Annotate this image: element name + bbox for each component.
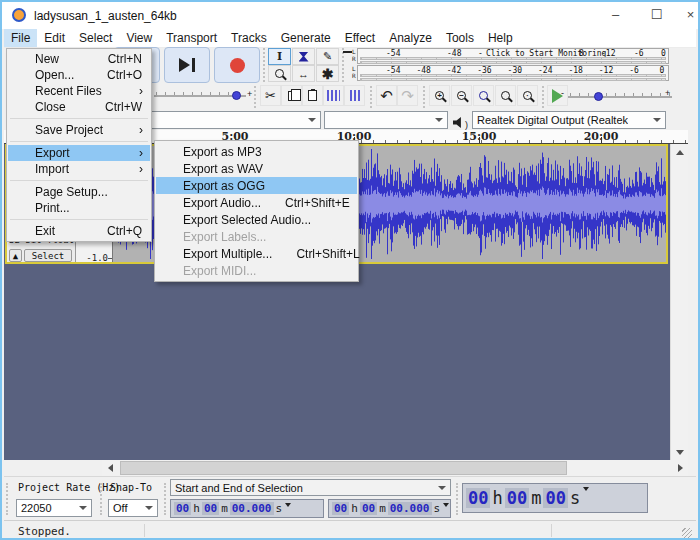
audio-position-field[interactable]: 00h00m00s — [462, 483, 648, 513]
time-segment[interactable]: 00.000 — [388, 502, 432, 515]
multi-tool-button[interactable]: ✱ — [316, 65, 339, 82]
silence-audio-button[interactable] — [344, 85, 365, 106]
time-segment[interactable]: 00 — [505, 488, 529, 508]
time-segment[interactable]: h — [491, 488, 503, 508]
file-menu-item-import[interactable]: Import› — [8, 161, 150, 177]
record-button[interactable] — [214, 47, 260, 83]
track-collapse-button[interactable]: ▲ — [9, 249, 22, 262]
selection-start-field[interactable]: 00h00m00.000s — [170, 499, 324, 518]
time-segment[interactable]: s — [569, 488, 581, 508]
export-menu-item-export-multiple[interactable]: Export Multiple...Ctrl+Shift+L — [156, 245, 357, 262]
copy-button[interactable] — [281, 85, 302, 106]
resize-grip-icon[interactable] — [682, 528, 692, 538]
time-field-caret-icon[interactable] — [285, 503, 291, 507]
menubar-item-effect[interactable]: Effect — [338, 29, 382, 47]
skip-to-end-button[interactable] — [164, 47, 210, 83]
time-segment[interactable]: h — [350, 502, 359, 515]
menubar-item-analyze[interactable]: Analyze — [382, 29, 439, 47]
time-segment[interactable]: m — [530, 488, 542, 508]
time-field-caret-icon[interactable] — [443, 503, 449, 507]
tools-toolbar-grip[interactable] — [263, 48, 266, 82]
time-segment[interactable]: 00 — [332, 502, 349, 515]
menubar-item-edit[interactable]: Edit — [37, 29, 72, 47]
recording-meter[interactable]: -54-48-Click to Start Monitoring8-12-60 — [357, 48, 669, 64]
meter-toolbar-grip[interactable] — [342, 48, 345, 82]
menubar-item-select[interactable]: Select — [72, 29, 119, 47]
time-segment[interactable]: 00 — [174, 502, 191, 515]
menubar-item-tracks[interactable]: Tracks — [224, 29, 274, 47]
timeshift-tool-button[interactable]: ↔ — [292, 65, 315, 82]
menubar-item-tools[interactable]: Tools — [439, 29, 481, 47]
time-segment[interactable]: m — [378, 502, 387, 515]
snap-grip[interactable] — [100, 483, 103, 515]
selection-end-field[interactable]: 00h00m00.000s — [328, 499, 451, 518]
speed-slider[interactable] — [568, 96, 672, 98]
zoom-toggle-button[interactable]: · — [517, 85, 538, 106]
position-grip[interactable] — [456, 483, 459, 515]
file-menu-item-recent-files[interactable]: Recent Files› — [8, 83, 150, 99]
zoom-grip[interactable] — [423, 86, 426, 108]
draw-tool-button[interactable]: ✎ — [316, 48, 339, 65]
time-segment[interactable]: m — [220, 502, 229, 515]
track-select-button[interactable]: Select — [24, 249, 72, 262]
time-segment[interactable]: s — [275, 502, 284, 515]
scroll-right-button[interactable] — [672, 460, 688, 476]
playback-meter[interactable]: -54-48-42-36-30-24-18-12-60 — [357, 65, 669, 81]
play-at-speed-button[interactable] — [547, 85, 568, 106]
menubar-item-generate[interactable]: Generate — [274, 29, 338, 47]
zoom-tool-button[interactable] — [268, 65, 291, 82]
undo-grip[interactable] — [370, 86, 373, 108]
time-segment[interactable]: 00 — [543, 488, 567, 508]
file-menu-item-exit[interactable]: ExitCtrl+Q — [8, 223, 150, 239]
edit-toolbar-grip[interactable] — [254, 86, 257, 108]
scroll-up-button[interactable] — [671, 144, 689, 160]
snap-to-dropdown[interactable]: Off — [108, 499, 158, 517]
project-rate-dropdown[interactable]: 22050 — [16, 499, 92, 517]
redo-button[interactable]: ↷ — [397, 85, 418, 106]
time-segment[interactable]: 00 — [202, 502, 219, 515]
menubar-item-help[interactable]: Help — [481, 29, 520, 47]
cut-button[interactable]: ✂ — [260, 85, 281, 106]
play-at-speed-grip[interactable] — [542, 86, 545, 108]
file-menu-item-close[interactable]: CloseCtrl+W — [8, 99, 150, 115]
zoom-out-button[interactable]: − — [451, 85, 472, 106]
paste-button[interactable] — [302, 85, 323, 106]
trim-audio-button[interactable] — [323, 85, 344, 106]
time-segment[interactable]: h — [192, 502, 201, 515]
envelope-tool-button[interactable] — [292, 48, 315, 65]
zoom-in-button[interactable]: + — [429, 85, 450, 106]
horizontal-scroll-thumb[interactable] — [120, 461, 567, 475]
vertical-scrollbar[interactable] — [670, 144, 688, 460]
menubar-item-transport[interactable]: Transport — [159, 29, 224, 47]
zoom-fit-button[interactable] — [495, 85, 516, 106]
export-menu-item-export-as-mp3[interactable]: Export as MP3 — [156, 143, 357, 160]
selection-fields-grip[interactable] — [164, 483, 167, 515]
file-menu-item-open[interactable]: Open...Ctrl+O — [8, 67, 150, 83]
selection-tool-button[interactable]: I — [268, 48, 291, 65]
file-menu-item-print[interactable]: Print... — [8, 200, 150, 216]
export-menu-item-export-selected-audio[interactable]: Export Selected Audio... — [156, 211, 357, 228]
export-menu-item-export-as-wav[interactable]: Export as WAV — [156, 160, 357, 177]
export-menu-item-export-as-ogg[interactable]: Export as OGG — [156, 177, 357, 194]
playback-device-dropdown[interactable]: Realtek Digital Output (Realtek — [472, 111, 666, 129]
menubar-item-view[interactable]: View — [119, 29, 159, 47]
time-segment[interactable]: 00.000 — [230, 502, 274, 515]
scroll-down-button[interactable] — [671, 444, 689, 460]
time-segment[interactable]: 00 — [466, 488, 490, 508]
horizontal-scrollbar[interactable] — [102, 460, 688, 476]
time-segment[interactable]: 00 — [360, 502, 377, 515]
zoom-selection-button[interactable] — [473, 85, 494, 106]
recording-channels-dropdown[interactable] — [324, 111, 448, 129]
undo-button[interactable]: ↶ — [376, 85, 397, 106]
selection-toolbar-grip[interactable] — [6, 483, 9, 515]
file-menu-item-page-setup[interactable]: Page Setup... — [8, 184, 150, 200]
file-menu-item-export[interactable]: Export› — [8, 145, 150, 161]
export-menu-item-export-audio[interactable]: Export Audio...Ctrl+Shift+E — [156, 194, 357, 211]
speed-slider-knob[interactable] — [594, 92, 603, 101]
selection-mode-dropdown[interactable]: Start and End of Selection — [170, 479, 451, 496]
time-segment[interactable]: s — [433, 502, 442, 515]
time-field-caret-icon[interactable] — [583, 487, 589, 491]
menubar-item-file[interactable]: File — [4, 29, 37, 47]
file-menu-item-save-project[interactable]: Save Project› — [8, 122, 150, 138]
scroll-left-button[interactable] — [102, 460, 118, 476]
